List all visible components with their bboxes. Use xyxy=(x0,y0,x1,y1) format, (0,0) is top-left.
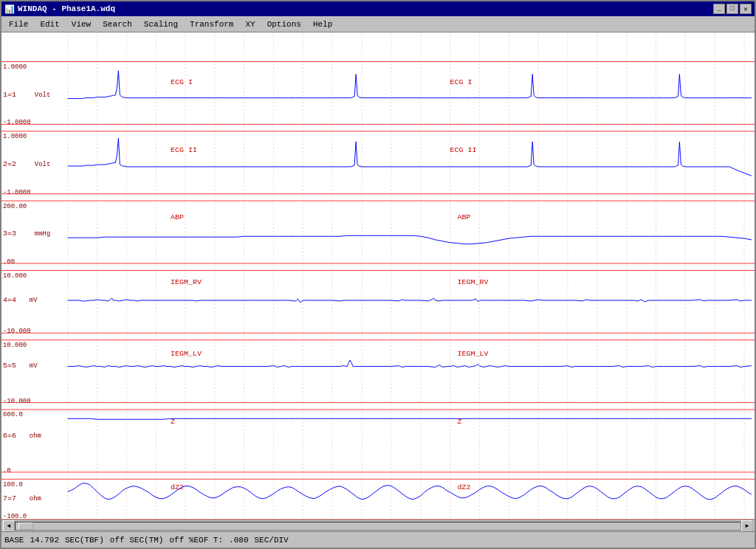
title-bar-left: 📊 WINDAQ - Phase1A.wdq xyxy=(4,4,115,14)
tm-label: off SEC(TM) xyxy=(110,536,164,545)
app-icon: 📊 xyxy=(4,4,15,14)
menu-edit[interactable]: Edit xyxy=(34,18,65,30)
svg-text:IEGM_RV: IEGM_RV xyxy=(171,279,202,287)
menu-scaling[interactable]: Scaling xyxy=(138,18,184,30)
eof-label: off %EOF T: xyxy=(169,536,223,545)
scroll-left-button[interactable]: ◄ xyxy=(3,520,15,532)
svg-text:600.0: 600.0 xyxy=(3,412,23,419)
chart-svg: 1.0000 1=1 Volt -1.0000 ECG I ECG I 1.00… xyxy=(1,32,755,519)
title-bar: 📊 WINDAQ - Phase1A.wdq _ □ ✕ xyxy=(1,1,755,16)
menu-help[interactable]: Help xyxy=(307,18,338,30)
svg-text:mV: mV xyxy=(30,363,38,370)
close-button[interactable]: ✕ xyxy=(740,4,752,14)
svg-text:dZ2: dZ2 xyxy=(458,483,471,491)
div-label: SEC/DIV xyxy=(254,536,288,545)
svg-text:ohm: ohm xyxy=(30,495,41,503)
svg-text:IEGM_RV: IEGM_RV xyxy=(458,279,489,287)
base-value: 14.792 xyxy=(30,536,59,545)
scroll-right-button[interactable]: ► xyxy=(741,520,753,532)
svg-text:-1.0000: -1.0000 xyxy=(3,189,31,196)
svg-text:-10.000: -10.000 xyxy=(3,328,31,336)
svg-text:10.000: 10.000 xyxy=(3,342,27,349)
svg-text:Volt: Volt xyxy=(35,92,51,99)
svg-text:ohm: ohm xyxy=(30,432,41,440)
menu-transform[interactable]: Transform xyxy=(184,18,239,30)
maximize-button[interactable]: □ xyxy=(726,4,738,14)
menu-view[interactable]: View xyxy=(66,18,97,30)
svg-text:mV: mV xyxy=(30,297,38,304)
svg-text:3=3: 3=3 xyxy=(3,230,16,238)
svg-text:ECG  I: ECG I xyxy=(450,78,472,86)
svg-text:100.0: 100.0 xyxy=(3,481,23,488)
scrollbar: ◄ ► xyxy=(1,519,755,531)
svg-text:6=6: 6=6 xyxy=(3,432,16,440)
status-bar: BASE 14.792 SEC(TBF) off SEC(TM) off %EO… xyxy=(1,531,755,548)
menu-bar: File Edit View Search Scaling Transform … xyxy=(1,16,755,32)
svg-text:ECG  II: ECG II xyxy=(450,146,477,154)
menu-search[interactable]: Search xyxy=(97,18,138,30)
base-label: BASE xyxy=(4,536,24,545)
svg-text:ECG  II: ECG II xyxy=(171,146,197,154)
svg-text:.0: .0 xyxy=(3,467,11,474)
svg-text:200.00: 200.00 xyxy=(3,203,27,210)
app-window: 📊 WINDAQ - Phase1A.wdq _ □ ✕ File Edit V… xyxy=(0,0,756,549)
svg-text:-100.0: -100.0 xyxy=(3,513,27,519)
svg-text:-1.0000: -1.0000 xyxy=(3,120,31,127)
svg-text:-10.000: -10.000 xyxy=(3,398,31,405)
scroll-track[interactable] xyxy=(15,522,741,531)
svg-rect-0 xyxy=(1,32,755,519)
svg-text:ABP: ABP xyxy=(171,213,184,221)
svg-text:2=2: 2=2 xyxy=(3,160,16,168)
svg-text:10.000: 10.000 xyxy=(3,272,27,280)
window-title: WINDAQ - Phase1A.wdq xyxy=(18,4,115,13)
svg-text:1.0000: 1.0000 xyxy=(3,134,27,141)
svg-text:1.0000: 1.0000 xyxy=(3,63,27,71)
eof-value: .080 xyxy=(229,536,248,545)
svg-text:Volt: Volt xyxy=(35,161,51,168)
svg-text:.00: .00 xyxy=(3,258,15,266)
menu-file[interactable]: File xyxy=(3,18,34,30)
main-content: 1.0000 1=1 Volt -1.0000 ECG I ECG I 1.00… xyxy=(1,32,755,519)
svg-text:ABP: ABP xyxy=(458,213,471,221)
svg-text:7=7: 7=7 xyxy=(3,494,16,503)
minimize-button[interactable]: _ xyxy=(713,4,725,14)
svg-text:ECG  I: ECG I xyxy=(171,78,193,86)
svg-text:4=4: 4=4 xyxy=(3,296,16,304)
svg-text:5=5: 5=5 xyxy=(3,362,16,370)
svg-text:1=1: 1=1 xyxy=(3,91,16,99)
sec-tbf-label: SEC(TBF) xyxy=(65,536,104,545)
menu-xy[interactable]: XY xyxy=(239,18,261,30)
scroll-thumb[interactable] xyxy=(18,522,33,530)
svg-text:IEGM_LV: IEGM_LV xyxy=(171,351,202,359)
menu-options[interactable]: Options xyxy=(261,18,307,30)
svg-text:IEGM_LV: IEGM_LV xyxy=(458,351,489,359)
svg-text:mmHg: mmHg xyxy=(35,231,51,238)
title-bar-controls: _ □ ✕ xyxy=(713,4,752,14)
chart-area: 1.0000 1=1 Volt -1.0000 ECG I ECG I 1.00… xyxy=(1,32,755,519)
